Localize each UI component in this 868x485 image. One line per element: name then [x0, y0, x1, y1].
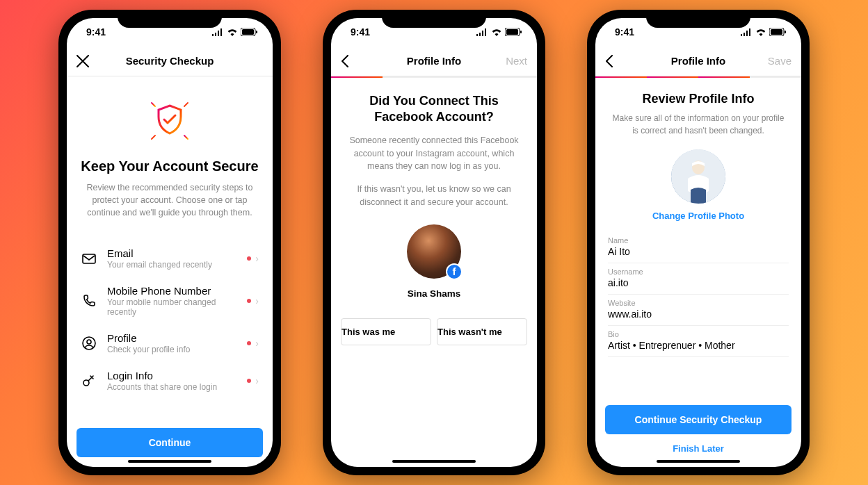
home-indicator[interactable]	[392, 460, 476, 463]
nav-back-button[interactable]	[341, 55, 369, 67]
cellular-icon	[476, 28, 488, 36]
phone-notch	[382, 10, 486, 28]
item-subtitle: Accounts that share one login	[107, 382, 237, 392]
chevron-right-icon: ›	[255, 253, 259, 264]
status-time: 9:41	[351, 26, 370, 38]
phone-notch	[646, 10, 750, 28]
item-title: Mobile Phone Number	[107, 285, 237, 297]
alert-dot-icon	[247, 256, 251, 261]
heading: Review Profile Info	[611, 92, 786, 106]
svg-line-7	[152, 103, 155, 106]
item-title: Login Info	[107, 370, 237, 381]
field-value: Artist • Entreprenuer • Mother	[608, 340, 789, 351]
field-label: Name	[608, 236, 789, 245]
item-subtitle: Your email changed recently	[107, 260, 237, 270]
svg-rect-11	[83, 254, 95, 263]
svg-line-10	[184, 135, 188, 139]
phone-notch	[118, 10, 222, 28]
alert-dot-icon	[247, 299, 251, 303]
status-time: 9:41	[86, 26, 106, 38]
subtext: Make sure all of the information on your…	[611, 112, 786, 137]
content: Review Profile Info Make sure all of the…	[595, 78, 801, 467]
email-icon	[81, 250, 97, 267]
cellular-icon	[212, 28, 224, 36]
field-value: Ai Ito	[608, 246, 789, 257]
back-icon	[605, 55, 613, 67]
nav-title: Profile Info	[407, 55, 461, 67]
alert-dot-icon	[247, 341, 251, 345]
svg-rect-19	[771, 29, 782, 35]
continue-button[interactable]: Continue	[77, 428, 263, 457]
item-title: Profile	[107, 332, 237, 344]
phone-icon	[81, 293, 97, 309]
chevron-right-icon: ›	[255, 338, 259, 349]
description-text: Someone recently connected this Facebook…	[348, 134, 520, 173]
heading: Did You Connect This Facebook Account?	[348, 93, 520, 126]
battery-icon	[241, 28, 257, 36]
this-was-me-button[interactable]: This was me	[341, 318, 431, 345]
content: Keep Your Account Secure Review the reco…	[67, 76, 273, 467]
nav-header: Profile Info Next	[331, 46, 537, 76]
security-item-email[interactable]: Email Your email changed recently ›	[71, 240, 268, 277]
screen-security-checkup: 9:41 Security Checkup	[67, 18, 273, 467]
home-indicator[interactable]	[657, 460, 740, 463]
nav-back-button[interactable]	[605, 55, 633, 67]
svg-line-9	[152, 135, 155, 139]
svg-point-13	[87, 340, 91, 344]
screen-review-profile: 9:41 Profile Info Save Review Profile In…	[595, 18, 801, 467]
field-username[interactable]: Username ai.ito	[608, 263, 789, 295]
nav-close-button[interactable]	[77, 55, 104, 67]
svg-rect-17	[520, 31, 522, 33]
field-label: Bio	[608, 330, 789, 338]
field-website[interactable]: Website www.ai.ito	[608, 295, 789, 326]
choice-buttons: This was me This wasn't me	[331, 299, 537, 345]
wifi-icon	[227, 28, 238, 36]
item-subtitle: Your mobile number changed recently	[107, 297, 237, 317]
item-title: Email	[107, 247, 237, 259]
nav-title: Security Checkup	[126, 55, 214, 67]
profile-icon	[81, 335, 97, 352]
description-text: If this wasn't you, let us know so we ca…	[348, 183, 520, 209]
chevron-right-icon: ›	[255, 295, 259, 306]
alert-dot-icon	[247, 379, 251, 383]
battery-icon	[769, 28, 786, 36]
screen-connect-facebook: 9:41 Profile Info Next Did You Connect T…	[331, 18, 537, 467]
continue-checkup-button[interactable]: Continue Security Checkup	[605, 405, 791, 434]
nav-next-button[interactable]: Next	[499, 55, 527, 67]
security-items-list: Email Your email changed recently › Mobi…	[67, 233, 273, 400]
nav-save-button[interactable]: Save	[764, 55, 791, 67]
phone-mockup-2: 9:41 Profile Info Next Did You Connect T…	[323, 10, 545, 475]
battery-icon	[505, 28, 522, 36]
this-wasnt-me-button[interactable]: This wasn't me	[437, 318, 527, 345]
content: Did You Connect This Facebook Account? S…	[331, 78, 537, 467]
finish-later-link[interactable]: Finish Later	[605, 434, 791, 463]
hero: Keep Your Account Secure Review the reco…	[67, 76, 273, 233]
security-item-phone[interactable]: Mobile Phone Number Your mobile number c…	[71, 277, 268, 324]
svg-line-8	[184, 103, 188, 106]
svg-rect-2	[256, 31, 257, 33]
back-icon	[341, 55, 349, 67]
nav-header: Security Checkup	[67, 46, 273, 76]
security-item-login[interactable]: Login Info Accounts that share one login…	[71, 362, 268, 400]
status-icons	[476, 28, 522, 36]
svg-rect-16	[506, 29, 518, 35]
nav-title: Profile Info	[671, 55, 725, 67]
profile-fields: Name Ai Ito Username ai.ito Website www.…	[595, 228, 801, 357]
home-indicator[interactable]	[128, 460, 211, 463]
field-name[interactable]: Name Ai Ito	[608, 232, 789, 263]
key-icon	[81, 372, 97, 389]
chevron-right-icon: ›	[255, 375, 259, 386]
hero-subtext: Review the recommended security steps to…	[81, 181, 259, 219]
profile-avatar	[671, 149, 725, 204]
svg-rect-1	[242, 29, 254, 35]
nav-header: Profile Info Save	[595, 46, 801, 76]
status-time: 9:41	[615, 26, 634, 38]
change-photo-link[interactable]: Change Profile Photo	[611, 211, 786, 221]
hero-title: Keep Your Account Secure	[81, 158, 259, 174]
avatar-name: Sina Shams	[348, 288, 520, 299]
phone-mockup-1: 9:41 Security Checkup	[58, 10, 281, 475]
security-item-profile[interactable]: Profile Check your profile info ›	[71, 324, 268, 362]
field-bio[interactable]: Bio Artist • Entreprenuer • Mother	[608, 326, 789, 357]
field-value: www.ai.ito	[608, 309, 789, 320]
svg-rect-20	[785, 31, 786, 33]
